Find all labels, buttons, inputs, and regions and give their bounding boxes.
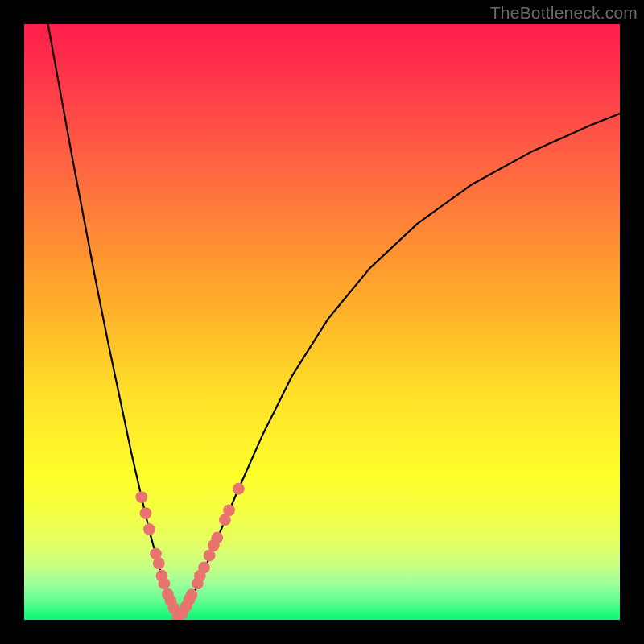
scatter-point bbox=[135, 491, 147, 503]
watermark-text: TheBottleneck.com bbox=[490, 3, 638, 23]
chart-frame: TheBottleneck.com bbox=[0, 0, 644, 644]
scatter-point bbox=[198, 561, 210, 573]
scatter-point bbox=[223, 504, 235, 516]
curve-group bbox=[48, 24, 620, 617]
scatter-point bbox=[143, 523, 155, 535]
plot-area bbox=[24, 24, 620, 620]
scatter-point bbox=[186, 589, 198, 601]
scatter-point bbox=[233, 483, 245, 495]
scatter-point bbox=[140, 507, 152, 519]
scatter-point bbox=[211, 531, 223, 543]
curve-right-branch bbox=[178, 114, 620, 617]
scatter-group bbox=[135, 483, 244, 620]
scatter-point bbox=[159, 577, 171, 589]
curve-left-branch bbox=[48, 24, 178, 617]
chart-svg bbox=[24, 24, 620, 620]
scatter-point bbox=[153, 557, 165, 569]
